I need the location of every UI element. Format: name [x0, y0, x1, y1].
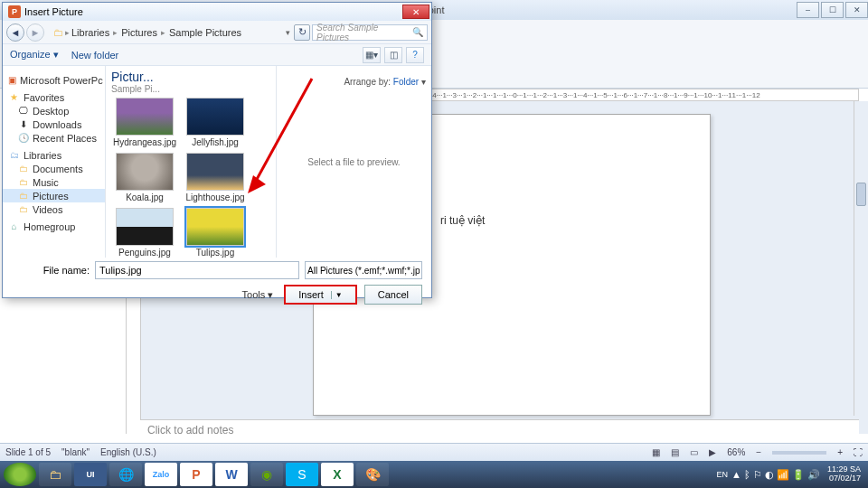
tree-downloads[interactable]: ⬇Downloads — [3, 117, 105, 131]
tray-lang[interactable]: EN — [717, 470, 729, 479]
help-button[interactable]: ? — [406, 47, 424, 63]
tree-music[interactable]: 🗀Music — [3, 175, 105, 189]
file-item-selected[interactable]: Tulips.jpg — [182, 208, 249, 258]
folder-icon[interactable]: 🗀 — [53, 27, 63, 38]
taskbar[interactable]: 🗀 UI 🌐 Zalo P W ◉ S X 🎨 EN ▲ ᛒ ⚐ ◐ 📶 🔋 🔊… — [0, 461, 868, 488]
system-tray[interactable]: EN ▲ ᛒ ⚐ ◐ 📶 🔋 🔊 11:29 SA 07/02/17 — [717, 465, 864, 483]
filetype-filter[interactable] — [305, 261, 422, 279]
view-normal-icon[interactable]: ▦ — [652, 447, 660, 457]
tray-battery-icon[interactable]: 🔋 — [792, 469, 805, 481]
dialog-nav: ◄ ► 🗀 ▸ Libraries▸ Pictures▸ Sample Pict… — [3, 21, 431, 44]
window-minimize-button[interactable]: – — [797, 2, 819, 18]
tray-clock[interactable]: 11:29 SA 07/02/17 — [824, 465, 864, 483]
nav-back-button[interactable]: ◄ — [6, 23, 24, 42]
tree-homegroup[interactable]: ⌂Homegroup — [3, 220, 105, 233]
file-item[interactable]: Penguins.jpg — [111, 208, 178, 258]
tree-documents[interactable]: 🗀Documents — [3, 162, 105, 175]
taskbar-chrome[interactable]: 🌐 — [109, 463, 142, 486]
file-thumb — [116, 98, 174, 136]
tools-menu[interactable]: Tools ▾ — [242, 289, 274, 301]
status-lang[interactable]: English (U.S.) — [100, 447, 156, 457]
taskbar-coccoc[interactable]: ◉ — [250, 463, 283, 486]
insert-dropdown-icon[interactable]: ▼ — [331, 291, 343, 299]
tray-network-icon[interactable]: 📶 — [777, 469, 789, 481]
dialog-footer: File name: Tools ▾ Insert▼ Cancel — [3, 258, 431, 308]
taskbar-zalo[interactable]: Zalo — [145, 463, 177, 486]
fit-slide-icon[interactable]: ⛶ — [854, 447, 863, 457]
preview-pane-button[interactable]: ◫ — [384, 47, 402, 63]
window-maximize-button[interactable]: ☐ — [821, 2, 844, 18]
vertical-scrollbar[interactable] — [854, 101, 868, 416]
status-zoom[interactable]: 66% — [727, 447, 745, 457]
tray-security-icon[interactable]: ⚐ — [753, 469, 762, 481]
taskbar-explorer[interactable]: 🗀 — [39, 463, 71, 486]
dialog-toolbar: Organize ▾ New folder ▦▾ ◫ ? — [3, 44, 431, 66]
view-slideshow-icon[interactable]: ▶ — [709, 447, 716, 457]
search-icon[interactable]: 🔍 — [412, 27, 423, 37]
tree-libraries[interactable]: 🗂Libraries — [3, 148, 105, 162]
tree-recent[interactable]: 🕓Recent Places — [3, 131, 105, 145]
location-title: Pictur... — [111, 70, 160, 84]
location-sub: Sample Pi... — [111, 84, 160, 94]
zoom-out-icon[interactable]: − — [756, 447, 761, 457]
tree-powerpoint[interactable]: ▣Microsoft PowerPc — [3, 73, 105, 87]
file-thumb — [186, 208, 244, 246]
start-button[interactable] — [4, 463, 36, 486]
taskbar-word[interactable]: W — [215, 463, 248, 486]
organize-menu[interactable]: Organize ▾ — [10, 49, 59, 61]
search-input[interactable]: Search Sample Pictures 🔍 — [312, 24, 428, 41]
dialog-titlebar[interactable]: P Insert Picture ✕ — [3, 3, 431, 21]
notes-pane[interactable]: Click to add notes — [140, 419, 859, 443]
powerpoint-icon: P — [8, 5, 21, 18]
tray-volume-icon[interactable]: 🔊 — [807, 469, 820, 481]
tree-pictures[interactable]: 🗀Pictures — [3, 189, 105, 202]
tray-bluetooth-icon[interactable]: ᛒ — [744, 469, 750, 481]
file-item[interactable]: Koala.jpg — [111, 153, 178, 202]
folder-tree[interactable]: ▣Microsoft PowerPc ★Favorites 🖵Desktop ⬇… — [3, 66, 106, 258]
view-mode-button[interactable]: ▦▾ — [363, 47, 381, 63]
tray-app-icon[interactable]: ◐ — [765, 469, 774, 481]
taskbar-paint[interactable]: 🎨 — [356, 463, 389, 486]
file-thumb — [186, 153, 244, 191]
insert-picture-dialog: P Insert Picture ✕ ◄ ► 🗀 ▸ Libraries▸ Pi… — [2, 2, 432, 298]
new-folder-button[interactable]: New folder — [71, 50, 119, 61]
scroll-thumb[interactable] — [856, 183, 866, 206]
taskbar-excel[interactable]: X — [321, 463, 354, 486]
file-browser: Pictur... Sample Pi... Arrange by: Folde… — [106, 66, 431, 258]
file-thumb — [116, 208, 174, 246]
taskbar-skype[interactable]: S — [286, 463, 318, 486]
breadcrumb[interactable]: Libraries▸ Pictures▸ Sample Pictures — [71, 27, 241, 38]
status-slide: Slide 1 of 5 — [5, 447, 51, 457]
file-thumb — [186, 98, 244, 136]
filename-label: File name: — [12, 265, 90, 276]
view-sorter-icon[interactable]: ▤ — [671, 447, 679, 457]
file-thumb — [116, 153, 174, 191]
insert-button[interactable]: Insert▼ — [284, 285, 356, 305]
status-bar: Slide 1 of 5 "blank" English (U.S.) ▦ ▤ … — [0, 443, 868, 461]
view-reading-icon[interactable]: ▭ — [690, 447, 698, 457]
file-item[interactable]: Hydrangeas.jpg — [111, 98, 178, 147]
dialog-close-button[interactable]: ✕ — [402, 5, 429, 19]
status-theme: "blank" — [61, 447, 90, 457]
dialog-title: Insert Picture — [24, 6, 402, 17]
file-item[interactable]: Jellyfish.jpg — [182, 98, 249, 147]
tree-videos[interactable]: 🗀Videos — [3, 202, 105, 216]
tree-favorites[interactable]: ★Favorites — [3, 90, 105, 104]
cancel-button[interactable]: Cancel — [364, 285, 422, 305]
taskbar-unikey[interactable]: UI — [74, 463, 107, 486]
slide-text[interactable]: ri tuệ việt — [440, 214, 485, 227]
tray-flag-icon[interactable]: ▲ — [731, 469, 741, 481]
zoom-in-icon[interactable]: + — [837, 447, 843, 457]
preview-pane: Select a file to preview. — [276, 66, 431, 258]
zoom-slider[interactable] — [772, 451, 826, 455]
file-item[interactable]: Lighthouse.jpg — [182, 153, 249, 202]
nav-forward-button[interactable]: ► — [26, 23, 44, 42]
taskbar-powerpoint[interactable]: P — [180, 463, 212, 486]
refresh-button[interactable]: ↻ — [294, 24, 310, 41]
filename-input[interactable] — [95, 261, 299, 279]
tree-desktop[interactable]: 🖵Desktop — [3, 104, 105, 117]
window-close-button[interactable]: ✕ — [845, 2, 868, 18]
